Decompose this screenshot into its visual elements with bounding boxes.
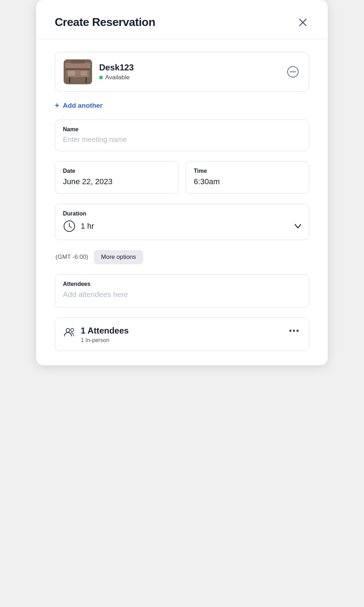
- add-another-plus-icon: +: [55, 102, 59, 110]
- date-value: June 22, 2023: [63, 177, 170, 186]
- date-time-row: Date June 22, 2023 Time 6:30am: [55, 161, 309, 194]
- duration-label: Duration: [63, 211, 301, 217]
- svg-point-20: [296, 330, 299, 332]
- desk-name: Desk123: [99, 63, 278, 73]
- time-field[interactable]: Time 6:30am: [186, 161, 309, 194]
- duration-value-row: 1 hr: [63, 220, 301, 233]
- create-reservation-modal: Create Reservation: [36, 0, 328, 365]
- time-value: 6:30am: [194, 177, 301, 186]
- svg-point-16: [66, 329, 70, 332]
- desk-image: [64, 59, 92, 84]
- time-label: Time: [194, 168, 301, 174]
- attendees-field: Attendees Add attendees here: [55, 274, 309, 308]
- svg-rect-9: [65, 63, 90, 68]
- desk-info: Desk123 Available: [99, 63, 278, 81]
- attendees-info: 1 Attendees 1 In-person: [81, 326, 283, 344]
- desk-thumbnail: [64, 59, 92, 84]
- attendees-people-icon: [64, 327, 76, 337]
- modal-header: Create Reservation: [36, 0, 328, 39]
- clock-icon: [63, 220, 76, 233]
- duration-field[interactable]: Duration 1 hr: [55, 204, 309, 240]
- svg-rect-6: [81, 71, 87, 75]
- desk-card: Desk123 Available: [55, 52, 309, 92]
- svg-point-19: [293, 330, 295, 332]
- svg-rect-5: [68, 71, 75, 76]
- timezone-text: (GMT -6:00): [55, 254, 88, 261]
- attendees-count: 1 Attendees: [81, 326, 283, 336]
- duration-left: 1 hr: [63, 220, 94, 233]
- add-another-label: Add another: [63, 102, 103, 110]
- more-options-button[interactable]: More options: [94, 250, 143, 264]
- attendees-more-button[interactable]: [288, 326, 300, 334]
- available-status-dot: [99, 76, 103, 79]
- svg-point-18: [289, 330, 291, 332]
- name-field: Name: [55, 119, 309, 151]
- ellipsis-icon: [289, 329, 299, 332]
- attendees-placeholder[interactable]: Add attendees here: [63, 290, 301, 299]
- minus-circle-icon: [287, 66, 299, 78]
- desk-status: Available: [99, 74, 278, 81]
- add-another-button[interactable]: + Add another: [55, 102, 309, 110]
- modal-title: Create Reservation: [55, 16, 155, 29]
- remove-desk-button[interactable]: [285, 64, 300, 79]
- modal-body: Desk123 Available + Add another Name: [36, 39, 328, 365]
- svg-line-15: [69, 226, 71, 228]
- svg-rect-3: [65, 68, 90, 70]
- close-icon: [298, 17, 308, 27]
- duration-value: 1 hr: [81, 222, 94, 231]
- svg-rect-8: [85, 77, 87, 83]
- duration-dropdown-arrow: [295, 224, 301, 228]
- attendees-label: Attendees: [63, 281, 301, 287]
- svg-rect-10: [71, 60, 85, 64]
- date-label: Date: [63, 168, 170, 174]
- close-button[interactable]: [296, 16, 309, 29]
- attendees-detail: 1 In-person: [81, 337, 283, 344]
- svg-point-17: [71, 329, 74, 332]
- date-field[interactable]: Date June 22, 2023: [55, 161, 178, 194]
- name-input[interactable]: [63, 135, 301, 144]
- timezone-row: (GMT -6:00) More options: [55, 250, 309, 264]
- desk-status-label: Available: [105, 74, 130, 81]
- attendees-summary: 1 Attendees 1 In-person: [55, 318, 309, 351]
- svg-rect-7: [69, 77, 70, 83]
- name-label: Name: [63, 126, 301, 133]
